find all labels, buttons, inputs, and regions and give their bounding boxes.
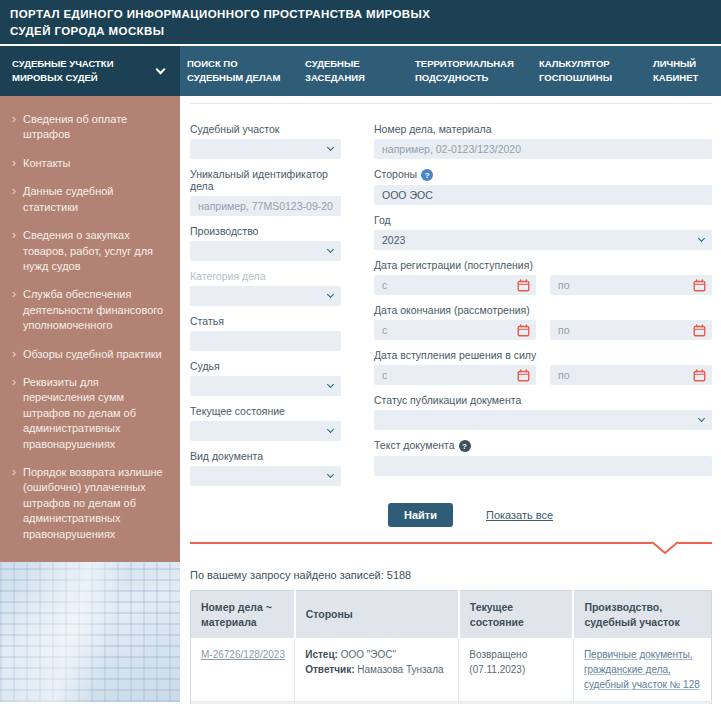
sidebar: › Сведения об оплате штрафов › Контакты …: [0, 96, 180, 702]
help-icon[interactable]: ?: [459, 440, 471, 452]
case-number-link[interactable]: М-26726/128/2023: [201, 649, 285, 660]
help-icon[interactable]: ?: [421, 169, 433, 181]
sidebar-item-fine-transfer-details[interactable]: › Реквизиты для перечисления сумм штрафо…: [12, 375, 166, 452]
column-header-parties: Стороны: [295, 591, 459, 639]
year-select[interactable]: 2023: [374, 230, 712, 250]
sidebar-item-label: Обзоры судебной практики: [23, 347, 162, 363]
uid-label: Уникальный идентификатор дела: [190, 168, 341, 192]
nav-tab-territorial-jurisdiction[interactable]: Территориальная подсудность: [415, 57, 517, 86]
sidebar-item-label: Данные судебной статистики: [23, 184, 166, 215]
calendar-icon[interactable]: [517, 369, 530, 382]
force-date-to-input[interactable]: [558, 369, 693, 381]
nav-tab-fee-calculator[interactable]: Калькулятор госпошлины: [539, 57, 631, 86]
arrow-right-icon: ›: [12, 465, 16, 542]
calendar-icon[interactable]: [693, 279, 706, 292]
end-date-label: Дата окончания (рассмотрения): [374, 304, 712, 316]
portal-title: Портал единого информационного пространс…: [10, 6, 440, 41]
registration-date-to[interactable]: [550, 275, 712, 295]
calendar-icon[interactable]: [517, 279, 530, 292]
sidebar-item-contacts[interactable]: › Контакты: [12, 156, 166, 172]
form-actions: Найти Показать все: [190, 503, 712, 527]
column-header-current-state: Текущее состояние: [459, 591, 574, 639]
chevron-down-icon: [698, 415, 705, 422]
court-section-select[interactable]: [190, 139, 341, 159]
content-divider: [190, 103, 712, 104]
case-number-input[interactable]: [374, 139, 712, 159]
sidebar-item-fine-refund-procedure[interactable]: › Порядок возврата излишне (ошибочно) уп…: [12, 465, 166, 542]
end-date-from[interactable]: [374, 320, 536, 340]
end-date-from-input[interactable]: [382, 324, 517, 336]
sidebar-item-financial-ombudsman[interactable]: › Служба обеспечения деятельности финанс…: [12, 287, 166, 333]
article-input[interactable]: [190, 331, 341, 351]
sidebar-item-procurement[interactable]: › Сведения о закупках товаров, работ, ус…: [12, 228, 166, 274]
page-header: Портал единого информационного пространс…: [0, 0, 721, 46]
chevron-down-icon: [698, 235, 705, 242]
nav-tab-court-sections[interactable]: Судебные участки мировых судей: [0, 46, 180, 96]
registration-date-from[interactable]: [374, 275, 536, 295]
calendar-icon[interactable]: [693, 324, 706, 337]
search-button[interactable]: Найти: [388, 503, 453, 527]
nav-tab-label: Судебные участки мировых судей: [12, 57, 157, 86]
chevron-down-icon: [156, 64, 166, 74]
registration-date-to-input[interactable]: [558, 279, 693, 291]
arrow-right-icon: ›: [12, 184, 16, 215]
document-type-label: Вид документа: [190, 450, 341, 462]
show-all-link[interactable]: Показать все: [486, 509, 553, 521]
arrow-right-icon: ›: [12, 228, 16, 274]
building-photo: [0, 562, 180, 702]
court-section-label: Судебный участок: [190, 123, 341, 135]
sidebar-item-label: Служба обеспечения деятельности финансов…: [23, 287, 166, 333]
document-text-input[interactable]: [374, 456, 712, 476]
parties-cell: Истец: ООО "ЭОС" Ответчик: Намазова Тунз…: [295, 638, 459, 702]
force-date-label: Дата вступления решения в силу: [374, 349, 712, 361]
end-date-to-input[interactable]: [558, 324, 693, 336]
nav-tab-personal-account[interactable]: Личный кабинет: [653, 57, 711, 86]
nav-tab-case-search[interactable]: Поиск по судебным делам: [187, 57, 283, 86]
divider-line: [678, 542, 712, 544]
end-date-to[interactable]: [550, 320, 712, 340]
registration-date-from-input[interactable]: [382, 279, 517, 291]
nav-tab-court-sessions[interactable]: Судебные заседания: [305, 57, 393, 86]
publication-status-select[interactable]: [374, 410, 712, 430]
force-date-from[interactable]: [374, 365, 536, 385]
registration-date-label: Дата регистрации (поступления): [374, 259, 712, 271]
sidebar-item-label: Сведения о закупках товаров, работ, услу…: [23, 228, 166, 274]
document-type-select[interactable]: [190, 466, 341, 486]
sidebar-item-fines-payment[interactable]: › Сведения об оплате штрафов: [12, 112, 166, 143]
case-number-label: Номер дела, материала: [374, 123, 712, 135]
collapse-divider[interactable]: [190, 541, 712, 554]
article-label: Статья: [190, 315, 341, 327]
arrow-right-icon: ›: [12, 375, 16, 452]
proceeding-label: Производство: [190, 225, 341, 237]
proceeding-select[interactable]: [190, 241, 341, 261]
current-state-label: Текущее состояние: [190, 405, 341, 417]
judge-select[interactable]: [190, 376, 341, 396]
column-header-production: Производство, судебный участок: [573, 591, 711, 639]
case-search-form: Судебный участок Уникальный идентификато…: [190, 123, 712, 495]
calendar-icon[interactable]: [517, 324, 530, 337]
results-table: Номер дела ~ материала Стороны Текущее с…: [190, 590, 712, 704]
divider-line: [190, 542, 652, 544]
calendar-icon[interactable]: [693, 369, 706, 382]
arrow-right-icon: ›: [12, 112, 16, 143]
sidebar-item-label: Реквизиты для перечисления сумм штрафов …: [23, 375, 166, 452]
form-right-column: Номер дела, материала Стороны? Год 2023 …: [374, 123, 712, 495]
parties-label: Стороны?: [374, 168, 712, 181]
chevron-down-icon: [327, 381, 334, 388]
chevron-down-icon: [327, 144, 334, 151]
production-link[interactable]: Первичные документы, гражданские дела, с…: [584, 649, 700, 690]
uid-input[interactable]: [190, 196, 341, 216]
sidebar-item-label: Порядок возврата излишне (ошибочно) упла…: [23, 465, 166, 542]
force-date-from-input[interactable]: [382, 369, 517, 381]
current-state-select[interactable]: [190, 421, 341, 441]
sidebar-item-label: Сведения об оплате штрафов: [23, 112, 166, 143]
column-header-case-number[interactable]: Номер дела ~ материала: [191, 591, 295, 639]
main-nav: Судебные участки мировых судей Поиск по …: [0, 46, 721, 96]
sidebar-item-practice-reviews[interactable]: › Обзоры судебной практики: [12, 347, 166, 363]
arrow-right-icon: ›: [12, 156, 16, 172]
force-date-to[interactable]: [550, 365, 712, 385]
category-select[interactable]: [190, 286, 341, 306]
year-label: Год: [374, 214, 712, 226]
sidebar-item-judicial-statistics[interactable]: › Данные судебной статистики: [12, 184, 166, 215]
parties-input[interactable]: [374, 185, 712, 205]
